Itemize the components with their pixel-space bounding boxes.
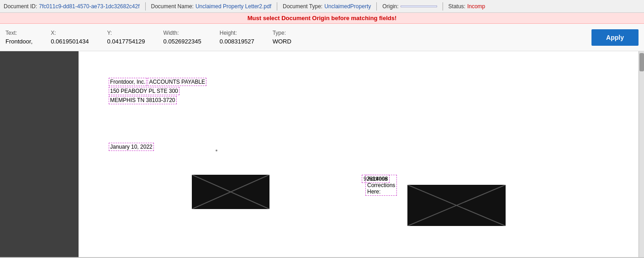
y-field-group: Y: 0.0417754129: [107, 30, 145, 45]
bbox-frontdoor[interactable]: Frontdoor, Inc.: [109, 78, 147, 86]
doc-id-label: Document ID:: [4, 3, 37, 10]
left-sidebar: [0, 51, 79, 257]
doc-id-value: 7fc011c9-dd81-4570-ae73-1dc32682c42f: [39, 3, 139, 10]
main-area: Frontdoor, Inc. ACCOUNTS PAYABLE 150 PEA…: [0, 51, 644, 257]
type-field-group: Type: WORD: [273, 30, 291, 45]
doc-name-value: Unclaimed Property Letter2.pdf: [195, 3, 271, 10]
status-value: Incomp: [467, 3, 485, 10]
origin-label: Origin:: [382, 3, 398, 10]
bbox-address-corrections[interactable]: Address Corrections Here:: [365, 175, 397, 196]
type-value: WORD: [273, 38, 291, 45]
bbox-city-state[interactable]: MEMPHIS TN 38103-3720: [109, 96, 177, 104]
address-line-3: MEMPHIS TN 38103-3720: [109, 96, 206, 104]
bbox-street[interactable]: 150 PEABODY PL STE 300: [109, 87, 179, 95]
text-field-group: Text: Frontdoor,: [5, 30, 32, 45]
height-field-group: Height: 0.008319527: [220, 30, 254, 45]
doc-type-label: Document Type:: [283, 3, 322, 10]
doc-name-label: Document Name:: [151, 3, 194, 10]
width-field-group: Width: 0.0526922345: [164, 30, 201, 45]
x-label: X:: [51, 30, 89, 36]
dot-marker: [216, 150, 217, 151]
x-value: 0.0619501434: [51, 38, 89, 45]
warning-message: Must select Document Origin before match…: [248, 15, 397, 22]
height-label: Height:: [220, 30, 254, 36]
divider-4: [443, 2, 443, 11]
status-label: Status:: [449, 3, 465, 10]
doc-id-field: Document ID: 7fc011c9-dd81-4570-ae73-1dc…: [4, 3, 140, 10]
scrollbar-thumb[interactable]: [639, 53, 644, 71]
origin-field: Origin:: [382, 3, 437, 10]
fields-row: Text: Frontdoor, X: 0.0619501434 Y: 0.04…: [0, 24, 644, 51]
apply-button[interactable]: Apply: [591, 29, 639, 46]
image-box-right: [407, 185, 506, 226]
scrollbar[interactable]: [639, 51, 644, 257]
address-block: Frontdoor, Inc. ACCOUNTS PAYABLE 150 PEA…: [109, 78, 206, 104]
address-line-2: 150 PEABODY PL STE 300: [109, 87, 206, 95]
type-label: Type:: [273, 30, 291, 36]
header-bar: Document ID: 7fc011c9-dd81-4570-ae73-1dc…: [0, 0, 644, 13]
address-line-1: Frontdoor, Inc. ACCOUNTS PAYABLE: [109, 78, 206, 86]
date-block: January 10, 2022: [109, 143, 154, 151]
doc-content: Frontdoor, Inc. ACCOUNTS PAYABLE 150 PEA…: [79, 51, 639, 257]
doc-name-field: Document Name: Unclaimed Property Letter…: [151, 3, 271, 10]
document-area: Frontdoor, Inc. ACCOUNTS PAYABLE 150 PEA…: [79, 51, 639, 257]
divider-1: [145, 2, 146, 11]
bbox-accounts-payable[interactable]: ACCOUNTS PAYABLE: [148, 78, 206, 86]
height-value: 0.008319527: [220, 38, 254, 45]
image-box-left: [192, 175, 269, 209]
divider-3: [376, 2, 377, 11]
width-label: Width:: [164, 30, 201, 36]
y-label: Y:: [107, 30, 145, 36]
x-field-group: X: 0.0619501434: [51, 30, 89, 45]
text-value: Frontdoor,: [5, 38, 32, 45]
doc-type-value: UnclaimedProperty: [324, 3, 371, 10]
y-value: 0.0417754129: [107, 38, 145, 45]
doc-type-field: Document Type: UnclaimedProperty: [283, 3, 371, 10]
divider-2: [277, 2, 277, 11]
origin-value[interactable]: [401, 5, 437, 7]
warning-banner: Must select Document Origin before match…: [0, 13, 644, 24]
bbox-date[interactable]: January 10, 2022: [109, 143, 154, 151]
status-field: Status: Incomp: [449, 3, 486, 10]
width-value: 0.0526922345: [164, 38, 201, 45]
text-label: Text:: [5, 30, 32, 36]
